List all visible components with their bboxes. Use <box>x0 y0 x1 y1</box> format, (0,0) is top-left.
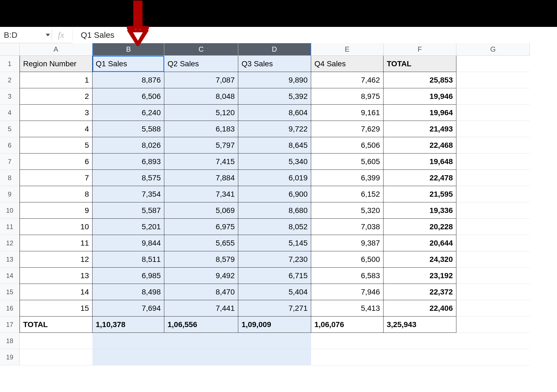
cell-B16[interactable]: 7,694 <box>92 300 164 316</box>
cell-C13[interactable]: 8,579 <box>164 251 238 268</box>
cell-F9[interactable]: 21,595 <box>383 186 456 202</box>
cell-C15[interactable]: 8,470 <box>164 284 238 300</box>
cell-C2[interactable]: 7,087 <box>164 72 238 88</box>
cell-D10[interactable]: 8,680 <box>238 202 311 219</box>
cell-D8[interactable]: 6,019 <box>238 170 311 186</box>
cell-C12[interactable]: 5,655 <box>164 235 238 251</box>
row-header-18[interactable]: 18 <box>0 333 20 349</box>
cell-G12[interactable] <box>456 235 530 251</box>
cell-E19[interactable] <box>311 349 383 365</box>
cell-B4[interactable]: 6,240 <box>92 105 164 121</box>
cell-C7[interactable]: 7,415 <box>164 153 238 170</box>
cell-D13[interactable]: 7,230 <box>238 251 311 268</box>
cell-F11[interactable]: 20,228 <box>383 219 456 235</box>
cell-D19[interactable] <box>238 349 311 365</box>
cell-C14[interactable]: 9,492 <box>164 268 238 284</box>
cell-F7[interactable]: 19,648 <box>383 153 456 170</box>
cell-B5[interactable]: 5,588 <box>92 121 164 137</box>
cell-C11[interactable]: 6,975 <box>164 219 238 235</box>
cell-B11[interactable]: 5,201 <box>92 219 164 235</box>
cell-B17[interactable]: 1,10,378 <box>92 316 164 333</box>
row-header-5[interactable]: 5 <box>0 121 20 137</box>
select-all-corner[interactable] <box>0 43 20 56</box>
cell-C5[interactable]: 6,183 <box>164 121 238 137</box>
cell-A16[interactable]: 15 <box>20 300 92 316</box>
cell-E8[interactable]: 6,399 <box>311 170 383 186</box>
cell-F13[interactable]: 24,320 <box>383 251 456 268</box>
row-header-8[interactable]: 8 <box>0 170 20 186</box>
cell-D17[interactable]: 1,09,009 <box>238 316 311 333</box>
cell-D16[interactable]: 7,271 <box>238 300 311 316</box>
col-header-D[interactable]: D <box>238 43 311 56</box>
row-header-16[interactable]: 16 <box>0 300 20 316</box>
cell-A3[interactable]: 2 <box>20 88 92 105</box>
cell-E3[interactable]: 8,975 <box>311 88 383 105</box>
cell-E11[interactable]: 7,038 <box>311 219 383 235</box>
name-box[interactable]: B:D <box>0 27 52 43</box>
cell-B8[interactable]: 8,575 <box>92 170 164 186</box>
cell-D11[interactable]: 8,052 <box>238 219 311 235</box>
cell-F19[interactable] <box>383 349 456 365</box>
cell-E17[interactable]: 1,06,076 <box>311 316 383 333</box>
row-header-15[interactable]: 15 <box>0 284 20 300</box>
cell-C10[interactable]: 5,069 <box>164 202 238 219</box>
cell-F18[interactable] <box>383 333 456 349</box>
cell-G6[interactable] <box>456 137 530 153</box>
cell-F2[interactable]: 25,853 <box>383 72 456 88</box>
cell-C3[interactable]: 8,048 <box>164 88 238 105</box>
cell-G4[interactable] <box>456 105 530 121</box>
cell-D7[interactable]: 5,340 <box>238 153 311 170</box>
row-header-9[interactable]: 9 <box>0 186 20 202</box>
cell-A19[interactable] <box>20 349 92 365</box>
cell-E4[interactable]: 9,161 <box>311 105 383 121</box>
row-header-12[interactable]: 12 <box>0 235 20 251</box>
cell-G5[interactable] <box>456 121 530 137</box>
row-header-17[interactable]: 17 <box>0 316 20 333</box>
cell-B6[interactable]: 8,026 <box>92 137 164 153</box>
cell-B14[interactable]: 6,985 <box>92 268 164 284</box>
cell-B1[interactable]: Q1 Sales <box>92 56 164 72</box>
cell-G14[interactable] <box>456 268 530 284</box>
cell-A18[interactable] <box>20 333 92 349</box>
cell-D5[interactable]: 9,722 <box>238 121 311 137</box>
cell-A17[interactable]: TOTAL <box>20 316 92 333</box>
cell-E9[interactable]: 6,152 <box>311 186 383 202</box>
col-header-G[interactable]: G <box>456 43 530 56</box>
cell-D14[interactable]: 6,715 <box>238 268 311 284</box>
cell-E12[interactable]: 9,387 <box>311 235 383 251</box>
cell-A1[interactable]: Region Number <box>20 56 92 72</box>
cell-F5[interactable]: 21,493 <box>383 121 456 137</box>
cell-F15[interactable]: 22,372 <box>383 284 456 300</box>
cell-D18[interactable] <box>238 333 311 349</box>
cell-A4[interactable]: 3 <box>20 105 92 121</box>
cell-G17[interactable] <box>456 316 530 333</box>
cell-D4[interactable]: 8,604 <box>238 105 311 121</box>
row-header-7[interactable]: 7 <box>0 153 20 170</box>
cell-E15[interactable]: 7,946 <box>311 284 383 300</box>
cell-B12[interactable]: 9,844 <box>92 235 164 251</box>
cell-A6[interactable]: 5 <box>20 137 92 153</box>
row-header-13[interactable]: 13 <box>0 251 20 268</box>
row-header-14[interactable]: 14 <box>0 268 20 284</box>
cell-C18[interactable] <box>164 333 238 349</box>
cell-C9[interactable]: 7,341 <box>164 186 238 202</box>
cell-F8[interactable]: 22,478 <box>383 170 456 186</box>
cell-C6[interactable]: 5,797 <box>164 137 238 153</box>
cell-A8[interactable]: 7 <box>20 170 92 186</box>
cell-D6[interactable]: 8,645 <box>238 137 311 153</box>
row-header-10[interactable]: 10 <box>0 202 20 219</box>
cell-B10[interactable]: 5,587 <box>92 202 164 219</box>
cell-B19[interactable] <box>92 349 164 365</box>
cell-G10[interactable] <box>456 202 530 219</box>
cell-A14[interactable]: 13 <box>20 268 92 284</box>
cell-F16[interactable]: 22,406 <box>383 300 456 316</box>
col-header-E[interactable]: E <box>311 43 383 56</box>
cell-F12[interactable]: 20,644 <box>383 235 456 251</box>
cell-A13[interactable]: 12 <box>20 251 92 268</box>
row-header-4[interactable]: 4 <box>0 105 20 121</box>
cell-G1[interactable] <box>456 56 530 72</box>
cell-D3[interactable]: 5,392 <box>238 88 311 105</box>
cell-F6[interactable]: 22,468 <box>383 137 456 153</box>
cell-B2[interactable]: 8,876 <box>92 72 164 88</box>
cell-E16[interactable]: 5,413 <box>311 300 383 316</box>
